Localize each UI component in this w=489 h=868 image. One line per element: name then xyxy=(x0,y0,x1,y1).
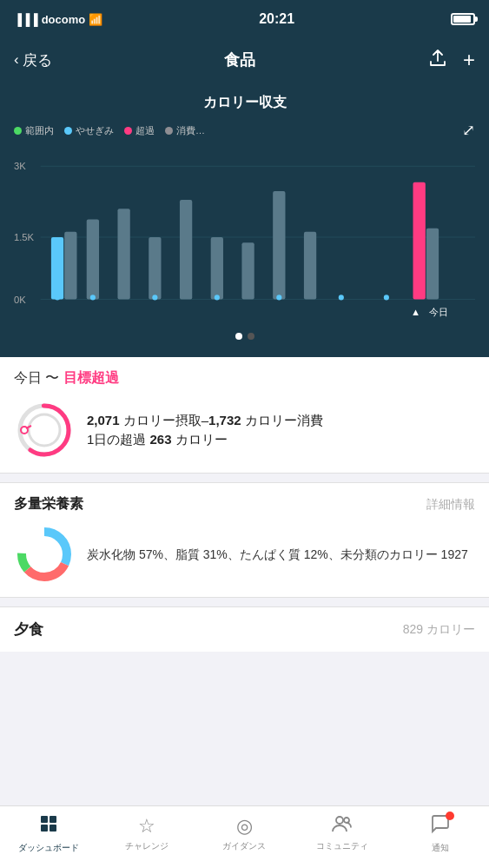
macro-row: 炭水化物 57%、脂質 31%、たんぱく質 12%、未分類のカロリー 1927 xyxy=(14,524,475,585)
svg-rect-39 xyxy=(50,825,56,832)
macro-title: 多量栄養素 xyxy=(14,495,83,514)
svg-text:0K: 0K xyxy=(14,295,26,305)
pagination xyxy=(14,333,475,340)
svg-rect-17 xyxy=(426,229,439,300)
calorie-gauge xyxy=(14,400,75,461)
svg-point-21 xyxy=(215,295,220,300)
svg-text:今日: 今日 xyxy=(429,307,448,317)
legend-label-burned: 消費… xyxy=(176,124,205,137)
svg-point-40 xyxy=(336,817,343,824)
carrier-label: docomo xyxy=(42,13,86,26)
legend-dot-burned xyxy=(165,127,173,135)
back-label: 戻る xyxy=(23,50,52,70)
tab-community-label: コミュニティ xyxy=(316,840,368,852)
svg-rect-7 xyxy=(64,232,76,300)
svg-point-19 xyxy=(90,295,96,300)
nav-actions: + xyxy=(428,48,475,72)
share-button[interactable] xyxy=(428,49,447,72)
signal-icon: ▐▐▐ xyxy=(14,13,38,26)
guidance-icon: ◎ xyxy=(236,815,253,838)
svg-rect-36 xyxy=(41,816,48,823)
dinner-title: 夕食 xyxy=(14,620,43,639)
svg-point-35 xyxy=(30,540,58,568)
dinner-section: 夕食 829 カロリー xyxy=(0,606,489,652)
calorie-details: 2,071 カロリー摂取–1,732 カロリー消費 1日の超過 263 カロリー xyxy=(87,411,323,450)
macro-description: 炭水化物 57%、脂質 31%、たんぱく質 12%、未分類のカロリー 1927 xyxy=(87,547,468,561)
svg-rect-8 xyxy=(87,220,99,300)
svg-point-23 xyxy=(339,295,344,300)
svg-point-24 xyxy=(384,295,389,300)
svg-point-22 xyxy=(276,295,281,300)
bar-chart: 3K 1.5K 0K xyxy=(14,150,475,324)
notification-badge-container xyxy=(430,813,451,839)
today-label: 今日 〜 xyxy=(14,370,59,385)
tab-challenge-label: チャレンジ xyxy=(125,840,169,852)
dinner-calories: 829 カロリー xyxy=(403,622,475,638)
svg-rect-37 xyxy=(50,816,56,823)
carrier-info: ▐▐▐ docomo 📶 xyxy=(14,13,102,26)
svg-point-41 xyxy=(344,818,349,823)
svg-rect-16 xyxy=(413,182,426,300)
page-title: 食品 xyxy=(224,50,255,70)
today-status: 目標超過 xyxy=(63,370,119,385)
chart-section: カロリー収支 範囲内 やせぎみ 超過 消費… ⤢ 3K 1.5K xyxy=(0,82,489,357)
legend-dot-under xyxy=(64,127,72,135)
chart-legend: 範囲内 やせぎみ 超過 消費… ⤢ xyxy=(14,121,475,140)
svg-text:▲: ▲ xyxy=(411,307,420,317)
tab-dashboard[interactable]: ダッシュボード xyxy=(0,813,98,854)
macro-header: 多量栄養素 詳細情報 xyxy=(14,495,475,514)
chart-svg: 3K 1.5K 0K xyxy=(14,150,475,324)
svg-rect-10 xyxy=(149,237,161,299)
svg-text:3K: 3K xyxy=(14,161,26,171)
svg-rect-9 xyxy=(117,209,129,299)
gauge-svg xyxy=(14,400,75,461)
calorie-intake: 2,071 カロリー摂取–1,732 カロリー消費 xyxy=(87,413,323,427)
add-button[interactable]: + xyxy=(463,48,475,72)
tab-community[interactable]: コミュニティ xyxy=(294,815,392,852)
nav-bar: ‹ 戻る 食品 + xyxy=(0,38,489,82)
status-bar: ▐▐▐ docomo 📶 20:21 xyxy=(0,0,489,38)
legend-item-burned: 消費… xyxy=(165,124,205,137)
tab-dashboard-label: ダッシュボード xyxy=(18,842,79,854)
calorie-row: 2,071 カロリー摂取–1,732 カロリー消費 1日の超過 263 カロリー xyxy=(14,400,475,461)
legend-dot-in-range xyxy=(14,127,22,135)
legend-item-in-range: 範囲内 xyxy=(14,124,54,137)
back-button[interactable]: ‹ 戻る xyxy=(14,50,52,70)
svg-point-20 xyxy=(152,295,157,300)
tab-notification[interactable]: 通知 xyxy=(391,813,489,854)
svg-line-31 xyxy=(26,426,31,428)
tab-guidance[interactable]: ◎ ガイダンス xyxy=(195,815,294,852)
pagination-dot-2 xyxy=(248,333,254,340)
community-icon xyxy=(332,815,353,838)
legend-dot-over xyxy=(124,127,132,135)
macro-details-text: 炭水化物 57%、脂質 31%、たんぱく質 12%、未分類のカロリー 1927 xyxy=(87,545,468,564)
tab-notification-label: 通知 xyxy=(432,842,449,854)
svg-text:1.5K: 1.5K xyxy=(14,232,35,242)
macro-detail-button[interactable]: 詳細情報 xyxy=(426,497,475,513)
tab-bar: ダッシュボード ☆ チャレンジ ◎ ガイダンス コミュニティ 通 xyxy=(0,805,489,868)
svg-rect-6 xyxy=(51,237,63,299)
content-area: 今日 〜 目標超過 2,071 カロリー xyxy=(0,357,489,721)
svg-rect-15 xyxy=(304,232,316,300)
notification-badge xyxy=(446,812,454,820)
macro-donut xyxy=(14,524,75,585)
battery-container xyxy=(451,13,475,25)
svg-rect-14 xyxy=(273,191,285,300)
battery-icon xyxy=(451,13,475,25)
tab-guidance-label: ガイダンス xyxy=(222,840,266,852)
svg-rect-12 xyxy=(211,237,223,299)
expand-button[interactable]: ⤢ xyxy=(462,121,475,140)
challenge-icon: ☆ xyxy=(138,815,155,838)
svg-point-29 xyxy=(29,414,60,446)
back-chevron-icon: ‹ xyxy=(14,51,19,69)
tab-challenge[interactable]: ☆ チャレンジ xyxy=(98,815,196,852)
svg-rect-13 xyxy=(241,242,254,299)
legend-item-under: やせぎみ xyxy=(64,124,114,137)
dinner-header: 夕食 829 カロリー xyxy=(14,620,475,639)
legend-label-under: やせぎみ xyxy=(76,124,114,137)
svg-rect-11 xyxy=(180,200,192,299)
calorie-over: 1日の超過 263 カロリー xyxy=(87,432,228,447)
pagination-dot-1 xyxy=(235,333,242,340)
clock: 20:21 xyxy=(259,11,294,27)
svg-point-18 xyxy=(55,295,60,300)
